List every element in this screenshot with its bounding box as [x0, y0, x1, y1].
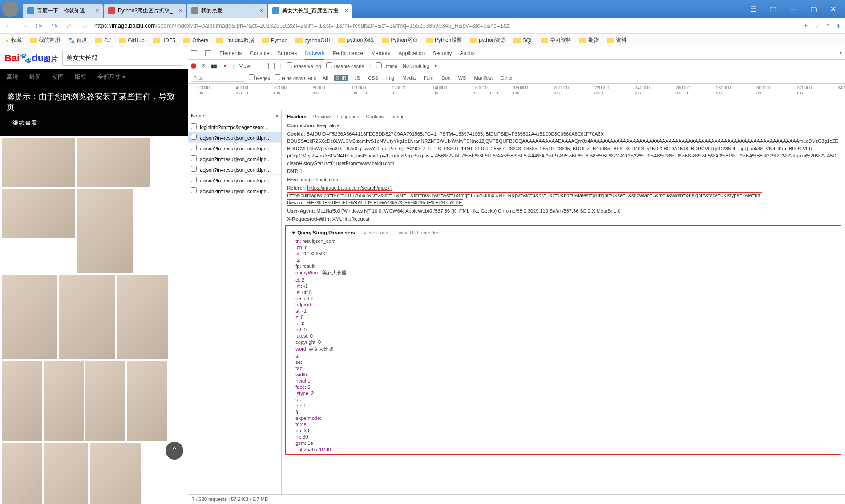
- fav-futures[interactable]: 期货: [579, 36, 599, 44]
- thumbnail[interactable]: [2, 275, 57, 359]
- thumbnail[interactable]: [44, 443, 88, 504]
- fav-others[interactable]: Others: [183, 37, 208, 44]
- tab-image-search[interactable]: 美女大长腿_百度图片搜×: [268, 4, 352, 18]
- filter-css[interactable]: CSS: [366, 75, 380, 81]
- filter-media[interactable]: Media: [400, 75, 417, 81]
- tab-headers[interactable]: Headers: [287, 114, 306, 119]
- filter-img[interactable]: Img: [384, 75, 396, 81]
- preserve-log-checkbox[interactable]: Preserve log: [287, 62, 321, 69]
- minimize-button[interactable]: —: [790, 5, 797, 13]
- tab-timing[interactable]: Timing: [390, 114, 405, 119]
- hide-urls-checkbox[interactable]: Hide data URLs: [275, 74, 316, 81]
- filter-font[interactable]: Font: [422, 75, 435, 81]
- request-item[interactable]: acjson?tn=resultjson_com&ipn...: [188, 143, 281, 153]
- tab-favorites[interactable]: 我的最爱×: [187, 4, 267, 18]
- tab-network[interactable]: Network: [305, 50, 324, 60]
- request-item[interactable]: acjson?tn=resultjson_com&ipn...: [188, 153, 281, 164]
- filter-hd[interactable]: 高清: [7, 73, 18, 81]
- disable-cache-checkbox[interactable]: Disable cache: [326, 62, 364, 69]
- close-icon[interactable]: ×: [179, 7, 182, 14]
- fav-python-multi[interactable]: python多线: [338, 36, 374, 44]
- thumbnail[interactable]: [77, 189, 133, 273]
- reload-button[interactable]: ⟳: [36, 21, 44, 30]
- url-input[interactable]: https://image.baidu.com/search/index?tn=…: [94, 22, 797, 29]
- maximize-button[interactable]: ▢: [810, 5, 817, 13]
- thumbnail[interactable]: [2, 189, 75, 238]
- view-source-link[interactable]: view source: [364, 230, 390, 235]
- thumbnail[interactable]: [85, 361, 125, 441]
- request-item[interactable]: logininfo?src=pc&page=searc...: [188, 121, 281, 132]
- filter-size[interactable]: 全部尺寸 ▾: [97, 73, 125, 81]
- fav-study[interactable]: 学习资料: [541, 36, 571, 44]
- thumbnail[interactable]: [117, 275, 168, 359]
- tab-application[interactable]: Application: [398, 50, 425, 56]
- baidu-logo[interactable]: Bai🐾du图片: [4, 52, 58, 64]
- tab-audits[interactable]: Audits: [460, 50, 475, 56]
- thumbnail[interactable]: [90, 443, 141, 504]
- capture-icon[interactable]: 📷: [211, 63, 217, 69]
- timeline[interactable]: 20000 ms40000 ms60000 ms80000 ms100000 m…: [188, 84, 845, 110]
- shield-icon[interactable]: 🛡: [82, 23, 88, 29]
- menu-icon[interactable]: ☰: [750, 5, 756, 13]
- filter-input[interactable]: [191, 74, 244, 82]
- filter-other[interactable]: Other: [499, 75, 515, 81]
- back-button[interactable]: ←: [4, 21, 13, 30]
- restore-button[interactable]: ↷: [51, 21, 60, 30]
- tab-baidu-home[interactable]: 百度一下，你就知道×: [23, 4, 103, 18]
- search-input[interactable]: [62, 51, 183, 66]
- tab-performance[interactable]: Performance: [332, 50, 363, 56]
- thumbnail[interactable]: [2, 138, 75, 187]
- fav-common[interactable]: 我的常用: [30, 36, 60, 44]
- request-item[interactable]: acjson?tn=resultjson_com&ipn...: [188, 164, 281, 175]
- close-icon[interactable]: ×: [260, 7, 263, 14]
- filter-js[interactable]: JS: [352, 75, 362, 81]
- request-item[interactable]: acjson?tn=resultjson_com&ipn...: [188, 185, 281, 196]
- thumbnail[interactable]: [2, 443, 42, 504]
- fav-python-stock[interactable]: Python股票: [426, 36, 462, 44]
- forward-button[interactable]: →: [20, 21, 29, 30]
- fav-data[interactable]: 资料: [607, 36, 627, 44]
- filter-xhr[interactable]: XHR: [334, 75, 348, 81]
- fav-hdf5[interactable]: HDF5: [153, 37, 175, 44]
- dropdown-icon[interactable]: ▾: [434, 63, 437, 69]
- fav-baidu[interactable]: 🐾百度: [68, 36, 87, 44]
- offline-checkbox[interactable]: Offline: [376, 62, 397, 69]
- close-icon[interactable]: ×: [276, 113, 279, 118]
- filter-gif[interactable]: 动图: [52, 73, 64, 81]
- thumbnail[interactable]: [77, 138, 150, 187]
- close-icon[interactable]: ×: [344, 7, 348, 14]
- device-icon[interactable]: [205, 50, 211, 56]
- filter-ws[interactable]: WS: [457, 75, 468, 81]
- fav-sql[interactable]: SQL: [513, 37, 533, 44]
- compass-icon[interactable]: ✦: [804, 23, 808, 29]
- tab-sources[interactable]: Sources: [277, 50, 297, 56]
- inspect-icon[interactable]: [191, 50, 197, 56]
- fav-star[interactable]: ★收藏: [4, 36, 22, 44]
- more-icon[interactable]: ⋮: [830, 50, 836, 56]
- fav-python-web[interactable]: Python网页: [382, 36, 418, 44]
- fav-csharp[interactable]: C#: [95, 37, 111, 44]
- tab-console[interactable]: Console: [250, 50, 269, 56]
- fav-pandas[interactable]: Pandas数据: [216, 36, 254, 44]
- thumbnail[interactable]: [44, 361, 84, 441]
- download-icon[interactable]: ⬇: [836, 23, 841, 29]
- tab-cookies[interactable]: Cookies: [366, 114, 384, 119]
- tab-security[interactable]: Security: [433, 50, 452, 56]
- filter-doc[interactable]: Doc: [440, 75, 452, 81]
- filter-icon[interactable]: ▼: [222, 63, 227, 69]
- view-list-icon[interactable]: [257, 63, 263, 69]
- tab-preview[interactable]: Preview: [313, 114, 331, 119]
- thumbnail[interactable]: [59, 275, 115, 359]
- thumbnail[interactable]: [2, 361, 42, 441]
- filter-copyright[interactable]: 版权: [75, 73, 86, 81]
- filter-latest[interactable]: 最新: [29, 73, 41, 81]
- tab-elements[interactable]: Elements: [219, 50, 242, 56]
- star-icon[interactable]: ☆: [815, 23, 820, 29]
- request-item[interactable]: acjson?tn=resultjson_com&ipn...: [188, 132, 281, 143]
- tab-response[interactable]: Response: [337, 114, 360, 119]
- tab-memory[interactable]: Memory: [371, 50, 390, 56]
- view-url-encoded-link[interactable]: view URL encoded: [399, 230, 440, 235]
- thumbnail[interactable]: [127, 361, 167, 441]
- scroll-up-button[interactable]: ⌃: [166, 442, 183, 460]
- filter-manifest[interactable]: Manifest: [472, 75, 494, 81]
